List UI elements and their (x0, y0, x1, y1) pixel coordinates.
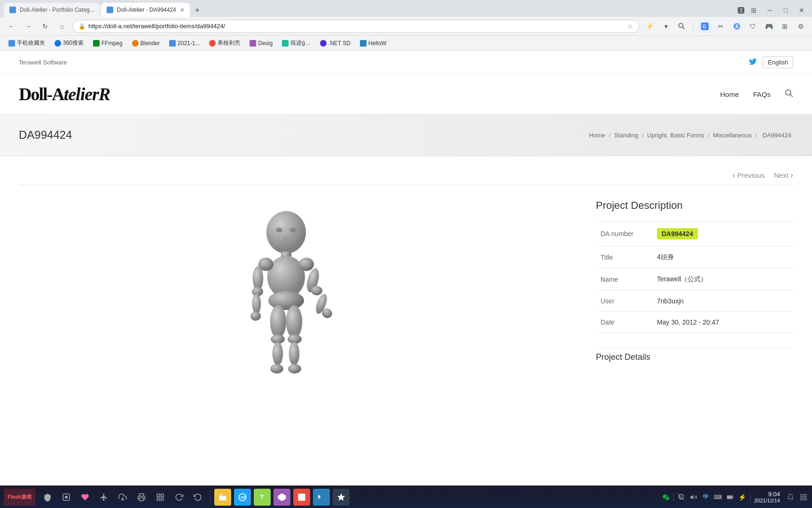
bookmark-fruit-label: 果核剥壳 (218, 39, 240, 47)
taskbar-app-grid[interactable] (152, 489, 169, 506)
forward-button[interactable]: → (22, 20, 35, 33)
window-controls[interactable]: ⊞ (747, 4, 760, 17)
tab-2-close[interactable]: ✕ (180, 7, 184, 13)
taskbar-file-explorer[interactable] (214, 489, 231, 506)
search-bar-icon[interactable] (675, 20, 688, 33)
breadcrumb-cat3[interactable]: Miscellaneous (713, 132, 751, 139)
svg-point-9 (276, 228, 282, 232)
extension-1[interactable]: G (698, 20, 711, 33)
taskbar-app-red[interactable] (293, 489, 310, 506)
reload-button[interactable]: ↻ (39, 20, 52, 33)
clock-date: 2021/12/14 (754, 498, 780, 503)
tab-counter: 2 (738, 7, 744, 14)
bookmark-desig[interactable]: Desig (246, 39, 276, 48)
extension-3[interactable]: A (730, 20, 743, 33)
taskbar-app-refresh[interactable] (171, 489, 187, 506)
notifications-icon[interactable] (786, 492, 795, 502)
settings-icon[interactable]: ⚙ (794, 20, 807, 33)
bookmark-360[interactable]: 360搜索 (51, 38, 87, 48)
wechat-icon[interactable] (661, 492, 671, 502)
ssl-icon: 🔒 (78, 23, 86, 30)
battery-icon[interactable] (726, 492, 735, 502)
nav-home[interactable]: Home (720, 90, 739, 98)
tab-1[interactable]: Doll-Atelier - Portfolio Categ... (4, 3, 100, 17)
close-button[interactable]: ✕ (795, 4, 808, 17)
volume-icon[interactable] (689, 492, 698, 502)
breadcrumb-cat1[interactable]: Standing (614, 132, 638, 139)
bookmark-blender[interactable]: Blender (128, 39, 164, 48)
taskbar-visual-studio[interactable] (273, 489, 290, 506)
bluetooth-icon[interactable]: ⚡ (738, 492, 747, 502)
breadcrumb-sep-4: / (755, 132, 758, 139)
action-center-icon[interactable] (799, 492, 808, 502)
taskbar-app-heart[interactable] (77, 489, 94, 506)
bookmark-2021[interactable]: 2021-1... (165, 39, 203, 48)
taskbar-terminal[interactable] (313, 489, 330, 506)
new-tab-button[interactable]: + (191, 4, 204, 17)
taskbar-clock[interactable]: 9:04 2021/12/14 (754, 491, 780, 503)
previous-link[interactable]: ‹ Previous (733, 170, 765, 180)
bookmark-trace[interactable]: 痕迹g… (278, 38, 314, 48)
back-button[interactable]: ← (5, 20, 18, 33)
topbar-right: English (749, 56, 793, 68)
table-row-date: Date May 30, 2012 - 20:47 (596, 312, 793, 333)
navigation-links: ‹ Previous Next › (19, 170, 793, 185)
breadcrumb-sep-1: / (609, 132, 612, 139)
language-selector[interactable]: English (763, 56, 793, 68)
breadcrumb-cat2[interactable]: Upright, Basic Forms (647, 132, 704, 139)
taskbar-dark-app[interactable] (333, 489, 350, 506)
site-header: Doll-AtelierR Home FAQs (0, 74, 812, 114)
keyboard-icon[interactable]: ⌨ (713, 492, 723, 502)
taskbar-app-undo[interactable] (189, 489, 206, 506)
bookmark-ffmpeg[interactable]: FFmpeg (89, 39, 126, 48)
extension-6[interactable]: ⊞ (778, 20, 791, 33)
svg-point-34 (65, 496, 68, 499)
svg-point-26 (286, 305, 302, 338)
dropdown-arrow[interactable]: ▾ (659, 20, 672, 33)
network-icon[interactable] (677, 492, 686, 502)
bookmark-mobile[interactable]: 手机收藏夹 (5, 38, 49, 48)
taskbar-flash-games[interactable]: Flash游戏 (4, 489, 35, 506)
twitter-icon[interactable] (749, 57, 757, 68)
taskbar-app-print[interactable] (133, 489, 150, 506)
extension-5[interactable]: 🎮 (762, 20, 775, 33)
extension-4[interactable]: 🛡 (746, 20, 759, 33)
doll-figure (227, 204, 359, 383)
tab-2-favicon (107, 7, 113, 13)
flash-games-label: Flash游戏 (8, 493, 31, 500)
taskbar-app-download[interactable] (114, 489, 131, 506)
tab-2[interactable]: Doll-Atelier - DA994424 ✕ (101, 3, 190, 17)
breadcrumb-home[interactable]: Home (589, 132, 605, 139)
maximize-button[interactable]: □ (779, 4, 792, 17)
taskbar-360[interactable]: 360 (234, 489, 251, 506)
da-number-badge: DA994424 (657, 228, 698, 239)
svg-rect-37 (157, 494, 159, 496)
user-value: 7nb3uxjn (652, 291, 793, 312)
next-link[interactable]: Next › (774, 170, 793, 180)
svg-rect-49 (733, 496, 733, 498)
extensions-icon[interactable]: ⚡ (643, 20, 656, 33)
site-logo[interactable]: Doll-AtelierR (19, 84, 110, 104)
nav-faqs[interactable]: FAQs (753, 90, 771, 98)
extension-2[interactable]: ✂ (714, 20, 727, 33)
nav-search-icon[interactable] (785, 89, 793, 99)
bookmark-hello[interactable]: HelloW (356, 39, 390, 48)
taskbar-text-editor[interactable]: T (254, 489, 271, 506)
taskbar-app-shield[interactable] (39, 489, 56, 506)
bookmark-fruit[interactable]: 果核剥壳 (205, 38, 244, 48)
minimize-button[interactable]: ─ (763, 4, 776, 17)
project-details-label: Project Details (596, 352, 650, 362)
input-method-icon[interactable]: 中 (701, 492, 710, 502)
bookmark-star-icon[interactable]: ☆ (627, 23, 633, 30)
taskbar-app-plane[interactable] (95, 489, 112, 506)
tab-2-title: Doll-Atelier - DA994424 (117, 7, 176, 13)
url-text[interactable]: https://doll-a.net/terawell/portfolio-it… (88, 23, 625, 30)
page-title: DA994424 (19, 128, 72, 142)
clock-time: 9:04 (754, 491, 780, 498)
svg-point-20 (252, 294, 261, 314)
taskbar-app-photo[interactable] (58, 489, 75, 506)
previous-arrow-icon: ‹ (733, 170, 735, 180)
bookmark-blender-label: Blender (141, 40, 160, 47)
bookmark-dotnet[interactable]: .NET SD (316, 39, 354, 48)
home-button[interactable]: ⌂ (55, 20, 69, 33)
